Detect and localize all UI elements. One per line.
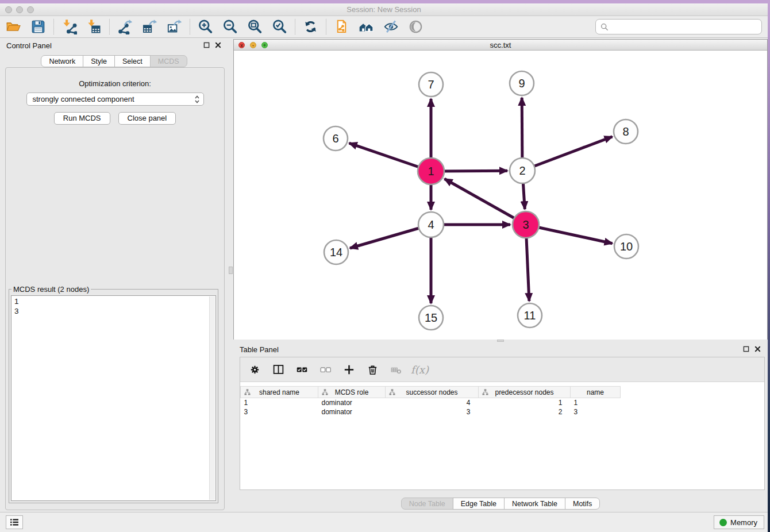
run-mcds-button[interactable]: Run MCDS [54, 112, 110, 125]
node-table: shared nameMCDS rolesuccessor nodesprede… [240, 386, 621, 417]
import-network-icon[interactable] [57, 18, 82, 36]
graph-node-11[interactable]: 11 [518, 303, 542, 327]
result-scrollbar[interactable] [209, 296, 215, 500]
node-table-container: f(x) shared nameMCDS rolesuccessor nodes… [240, 357, 765, 490]
float-panel-icon[interactable] [203, 42, 210, 48]
open-folder-icon[interactable] [1, 18, 26, 36]
graph-node-3[interactable]: 3 [513, 211, 539, 238]
float-panel-icon[interactable] [743, 346, 749, 352]
tab-network-table[interactable]: Network Table [504, 498, 565, 510]
search-box[interactable] [595, 19, 762, 34]
select-all-icon[interactable] [295, 363, 309, 377]
search-input[interactable] [611, 22, 757, 31]
save-icon[interactable] [26, 18, 51, 36]
duplicate-network-icon[interactable] [329, 18, 354, 36]
mcds-result-group: MCDS result (2 nodes) 13 [9, 285, 218, 503]
svg-text:4: 4 [428, 218, 434, 231]
import-table-icon[interactable] [82, 18, 106, 36]
memory-button[interactable]: Memory [714, 515, 764, 529]
delete-column-icon[interactable] [365, 363, 380, 377]
column-label: successor nodes [406, 388, 457, 396]
graph-node-14[interactable]: 14 [324, 240, 348, 264]
zoom-in-icon[interactable] [193, 18, 218, 36]
tab-style[interactable]: Style [83, 55, 115, 67]
first-neighbors-icon[interactable] [354, 18, 379, 36]
tab-select[interactable]: Select [114, 55, 151, 67]
graph-node-4[interactable]: 4 [418, 212, 444, 237]
network-canvas[interactable]: 7968124314101511 [234, 51, 767, 340]
delete-table-icon[interactable] [389, 363, 403, 377]
close-panel-button[interactable]: Close panel [118, 112, 176, 125]
table-cell[interactable]: 2 [479, 407, 571, 417]
table-row[interactable]: 1dominator411 [241, 398, 621, 407]
memory-status-icon [719, 519, 727, 526]
table-cell[interactable]: 1 [479, 398, 571, 407]
column-label: predecessor nodes [495, 388, 553, 396]
split-view-icon[interactable] [271, 363, 286, 377]
table-cell[interactable]: 3 [571, 407, 621, 417]
tab-edge-table[interactable]: Edge Table [453, 498, 505, 510]
tab-motifs[interactable]: Motifs [565, 498, 600, 510]
close-panel-icon[interactable] [215, 42, 221, 48]
column-header-name[interactable]: name [571, 387, 621, 398]
column-header-mcds-role[interactable]: MCDS role [318, 387, 386, 398]
column-header-shared-name[interactable]: shared name [241, 387, 318, 398]
network-window-title: scc.txt [234, 41, 767, 49]
criterion-dropdown[interactable]: strongly connected component [26, 92, 204, 106]
task-history-button[interactable] [6, 515, 23, 529]
table-cell[interactable]: dominator [318, 398, 386, 407]
table-cell[interactable]: dominator [318, 407, 386, 417]
hierarchy-icon [482, 389, 488, 395]
graph-edge-2-8[interactable] [522, 137, 613, 171]
tab-mcds[interactable]: MCDS [150, 55, 187, 67]
graph-node-9[interactable]: 9 [510, 71, 534, 95]
mcds-result-list: 13 [14, 296, 207, 316]
table-panel: Table Panel f(x) shared nameMCDS rolesuc… [233, 342, 768, 511]
close-panel-icon[interactable] [754, 346, 761, 352]
deselect-all-icon[interactable] [318, 363, 333, 377]
desktop-edge-right [768, 3, 770, 532]
app-title: Session: New Session [0, 5, 768, 14]
zoom-fit-icon[interactable] [242, 18, 267, 36]
graph-node-8[interactable]: 8 [614, 119, 638, 144]
table-cell[interactable]: 1 [571, 398, 621, 407]
column-header-successor-nodes[interactable]: successor nodes [386, 387, 479, 398]
application-window: Session: New Session Control Panel Netwo… [0, 0, 770, 532]
svg-text:1: 1 [428, 165, 434, 178]
mcds-result-title: MCDS result (2 nodes) [11, 285, 91, 294]
graph-node-2[interactable]: 2 [510, 158, 535, 183]
zoom-out-icon[interactable] [218, 18, 242, 36]
tab-network[interactable]: Network [41, 55, 83, 67]
table-cell[interactable]: 4 [386, 398, 479, 407]
export-table-icon[interactable] [137, 18, 162, 36]
hide-selected-icon[interactable] [379, 18, 403, 36]
zoom-selected-icon[interactable] [267, 18, 292, 36]
graph-node-1[interactable]: 1 [418, 158, 444, 184]
tab-node-table[interactable]: Node Table [401, 498, 453, 510]
show-all-icon[interactable] [403, 18, 428, 36]
graph-node-15[interactable]: 15 [419, 306, 443, 330]
function-builder-icon[interactable]: f(x) [413, 363, 427, 377]
gear-icon[interactable] [248, 363, 262, 377]
criterion-value: strongly connected component [33, 95, 134, 103]
table-cell[interactable]: 1 [241, 398, 318, 407]
column-header-predecessor-nodes[interactable]: predecessor nodes [479, 387, 571, 398]
refresh-icon[interactable] [298, 18, 323, 36]
graph-node-6[interactable]: 6 [324, 126, 348, 151]
result-line: 1 [14, 296, 207, 306]
add-column-icon[interactable] [342, 363, 356, 377]
vertical-splitter[interactable] [228, 38, 233, 511]
graph-node-7[interactable]: 7 [419, 72, 443, 97]
table-cell[interactable]: 3 [386, 407, 479, 417]
export-network-icon[interactable] [113, 18, 137, 36]
dropdown-stepper-icon [194, 94, 200, 105]
graph-edge-3-1[interactable] [445, 179, 526, 225]
svg-text:15: 15 [425, 311, 437, 324]
export-image-icon[interactable] [162, 18, 187, 36]
table-cell[interactable]: 3 [241, 407, 318, 417]
toolbar-separator [326, 19, 326, 34]
table-row[interactable]: 3dominator323 [241, 407, 621, 417]
splitter-grip[interactable] [229, 267, 233, 274]
graph-node-10[interactable]: 10 [614, 234, 638, 259]
table-panel-header: Table Panel [233, 342, 768, 357]
